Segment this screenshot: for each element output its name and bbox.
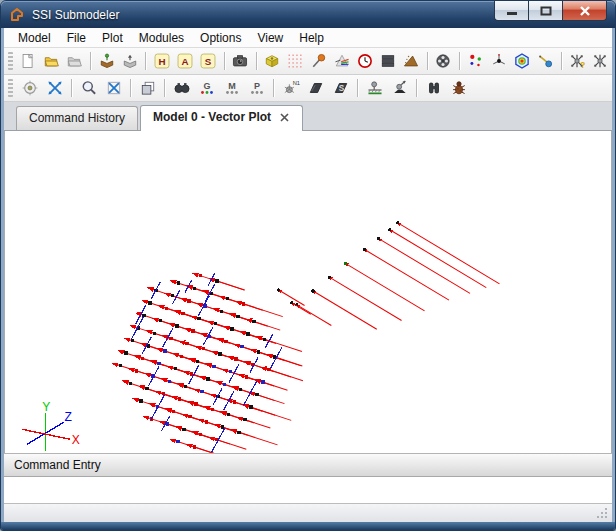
load-surface-button[interactable] (363, 77, 386, 99)
toggle-s-button[interactable]: S (198, 50, 219, 72)
toolbar-separator (561, 52, 562, 70)
menu-plot[interactable]: Plot (94, 29, 131, 47)
clock-icon (356, 52, 374, 70)
menu-model[interactable]: Model (10, 29, 59, 47)
maximize-button[interactable] (528, 1, 562, 21)
film-reel-button[interactable] (433, 50, 454, 72)
search-dark-button[interactable] (422, 77, 445, 99)
main-toolbar: HAS? (4, 48, 612, 75)
window-title: SSI Submodeler (32, 8, 119, 22)
toolbar-separator (273, 79, 274, 97)
app-window: SSI Submodeler Model File Plot Modules O… (0, 0, 616, 531)
export-model-icon (121, 52, 139, 70)
resize-grip-icon[interactable] (596, 507, 608, 519)
zoom-off-button[interactable] (102, 77, 125, 99)
vector-probe-button[interactable] (534, 50, 555, 72)
point-axes-icon (490, 52, 508, 70)
toolbar-separator (459, 52, 460, 70)
command-entry-title: Command Entry (14, 458, 101, 472)
menu-modules[interactable]: Modules (131, 29, 192, 47)
menu-options[interactable]: Options (192, 29, 249, 47)
terrain-fill-icon (402, 52, 420, 70)
menu-help[interactable]: Help (291, 29, 332, 47)
open-folder-button[interactable] (41, 50, 62, 72)
toggle-h-icon: H (153, 52, 171, 70)
solid-box-icon (263, 52, 281, 70)
toolbar-separator (145, 52, 146, 70)
binoculars-button[interactable] (170, 77, 193, 99)
query-node-button[interactable] (590, 50, 611, 72)
load-point-button[interactable] (388, 77, 411, 99)
layer-stack-icon (379, 52, 397, 70)
node-n1-button[interactable]: N1 (279, 77, 302, 99)
vector-plot-canvas[interactable]: YZX (5, 131, 611, 453)
svg-text:H: H (158, 56, 165, 67)
import-model-icon (98, 52, 116, 70)
tab-command-history[interactable]: Command History (16, 106, 138, 130)
clock-button[interactable] (354, 50, 375, 72)
node-grid-button[interactable] (285, 50, 306, 72)
toolbar-grip[interactable] (8, 79, 13, 97)
new-file-button[interactable] (18, 50, 39, 72)
svg-text:P: P (253, 81, 259, 91)
toolbar-grip[interactable] (8, 52, 13, 70)
close-button[interactable] (562, 1, 607, 21)
group-p-button[interactable]: P (245, 77, 268, 99)
debug-bug-button[interactable] (447, 77, 470, 99)
load-surface-icon (366, 79, 384, 97)
contour-hex-button[interactable] (511, 50, 532, 72)
zoom-in-button[interactable] (77, 77, 100, 99)
folder-disabled-button[interactable] (64, 50, 85, 72)
command-input[interactable] (4, 477, 612, 503)
toolbar-separator (427, 52, 428, 70)
copy-view-button[interactable] (136, 77, 159, 99)
zoom-extents-icon (46, 79, 64, 97)
layer-stack-button[interactable] (378, 50, 399, 72)
film-reel-icon (434, 52, 452, 70)
element-quad-s-button[interactable]: S (329, 77, 352, 99)
svg-text:S: S (205, 56, 212, 67)
menu-view[interactable]: View (249, 29, 291, 47)
group-m-button[interactable]: M (220, 77, 243, 99)
scatter-points-icon (467, 52, 485, 70)
title-bar[interactable]: SSI Submodeler (1, 1, 615, 28)
probe-pick-button[interactable] (308, 50, 329, 72)
group-m-icon: M (223, 79, 241, 97)
zoom-extents-button[interactable] (43, 77, 66, 99)
toolbar-separator (357, 79, 358, 97)
menu-file[interactable]: File (59, 29, 94, 47)
tab-label: Command History (29, 111, 125, 125)
prism-spectrum-button[interactable] (331, 50, 352, 72)
import-model-button[interactable] (96, 50, 117, 72)
svg-text:?: ? (580, 61, 585, 70)
open-folder-icon (42, 52, 60, 70)
query-node-question-button[interactable]: ? (567, 50, 588, 72)
element-quad-button[interactable] (304, 77, 327, 99)
toggle-h-button[interactable]: H (151, 50, 172, 72)
solid-box-button[interactable] (262, 50, 283, 72)
window-bottom-border (1, 522, 615, 530)
export-model-button[interactable] (119, 50, 140, 72)
minimize-button[interactable] (494, 1, 528, 21)
zoom-in-icon (80, 79, 98, 97)
tab-vector-plot[interactable]: Model 0 - Vector Plot (140, 105, 303, 131)
status-bar (4, 504, 612, 522)
view-toolbar: GMPN1S (4, 75, 612, 102)
group-g-button[interactable]: G (195, 77, 218, 99)
toggle-a-icon: A (176, 52, 194, 70)
tab-close-icon[interactable] (279, 112, 290, 123)
target-button[interactable] (18, 77, 41, 99)
terrain-fill-button[interactable] (401, 50, 422, 72)
point-axes-button[interactable] (488, 50, 509, 72)
node-n1-icon: N1 (282, 79, 300, 97)
target-icon (21, 79, 39, 97)
svg-text:X: X (72, 433, 80, 447)
close-icon (579, 6, 591, 16)
svg-text:M: M (228, 81, 236, 91)
app-icon (9, 7, 25, 23)
toggle-a-button[interactable]: A (174, 50, 195, 72)
svg-text:A: A (181, 56, 188, 67)
scatter-points-button[interactable] (465, 50, 486, 72)
toolbar-separator (164, 79, 165, 97)
snapshot-button[interactable] (230, 50, 251, 72)
